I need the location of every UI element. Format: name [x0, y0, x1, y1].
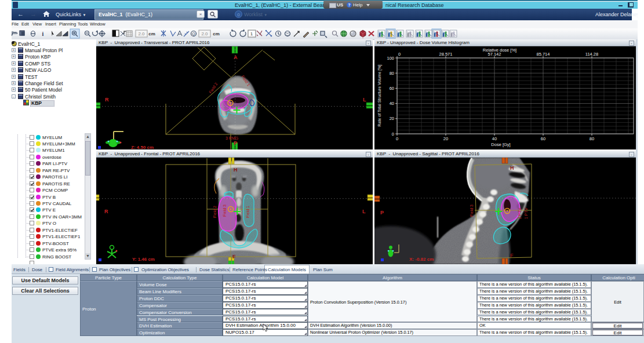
svg-text:60: 60: [390, 86, 394, 91]
svg-text:1: 1: [250, 31, 253, 37]
svg-text:H: H: [234, 167, 238, 173]
svg-text:Z: 4.50 cm: Z: 4.50 cm: [131, 145, 154, 149]
svg-text:114.28: 114.28: [585, 52, 598, 57]
svg-text:Field 2: Field 2: [208, 82, 219, 94]
svg-text:80: 80: [390, 71, 394, 76]
svg-text:3 RMG: 3 RMG: [225, 136, 238, 140]
svg-text:P: P: [380, 210, 384, 216]
svg-text:40: 40: [492, 136, 497, 141]
svg-text:0: 0: [396, 136, 398, 141]
svg-text:Rate of Total Structure Volume: Rate of Total Structure Volume [%]: [377, 65, 382, 127]
svg-text:Q: Q: [192, 32, 195, 37]
svg-text:2.0: 2.0: [201, 31, 208, 37]
svg-text:20: 20: [390, 116, 394, 121]
svg-text:85.714: 85.714: [537, 52, 550, 57]
svg-text:Field 1: Field 1: [246, 206, 250, 218]
svg-text:80: 80: [590, 136, 594, 141]
svg-text:R: R: [104, 209, 108, 214]
svg-text:L: L: [362, 209, 366, 214]
svg-text:2.0: 2.0: [138, 31, 145, 37]
svg-text:F: F: [510, 253, 514, 258]
svg-text:H: H: [510, 165, 514, 171]
svg-text:cm: cm: [148, 31, 155, 37]
svg-text:P: P: [234, 140, 237, 146]
svg-text:F: F: [232, 254, 236, 260]
svg-text:20: 20: [443, 136, 448, 141]
svg-text:i: i: [42, 31, 44, 37]
svg-text:Field 3: Field 3: [223, 205, 227, 217]
svg-text:100: 100: [387, 56, 394, 61]
svg-text:Relative dose [%]: Relative dose [%]: [483, 48, 516, 53]
svg-text:A: A: [234, 54, 238, 60]
svg-text:1 PTV: 1 PTV: [524, 207, 528, 219]
svg-text:0: 0: [398, 52, 401, 57]
svg-text:R: R: [105, 97, 109, 103]
svg-text:L: L: [363, 97, 366, 103]
svg-text:Dose [Gy]: Dose [Gy]: [491, 142, 510, 147]
svg-text:28.571: 28.571: [439, 52, 453, 57]
svg-text:cm: cm: [213, 31, 220, 37]
svg-text:Field 2: Field 2: [213, 206, 217, 218]
svg-text:Y: 1.46 cm: Y: 1.46 cm: [132, 257, 155, 262]
svg-text:2 PTV: 2 PTV: [518, 207, 522, 219]
svg-text:40: 40: [390, 101, 394, 106]
svg-text:Field 3: Field 3: [470, 205, 474, 217]
svg-text:60: 60: [541, 136, 545, 141]
svg-text:0: 0: [392, 132, 394, 137]
svg-text:X: -0.82 cm: X: -0.82 cm: [409, 257, 434, 262]
